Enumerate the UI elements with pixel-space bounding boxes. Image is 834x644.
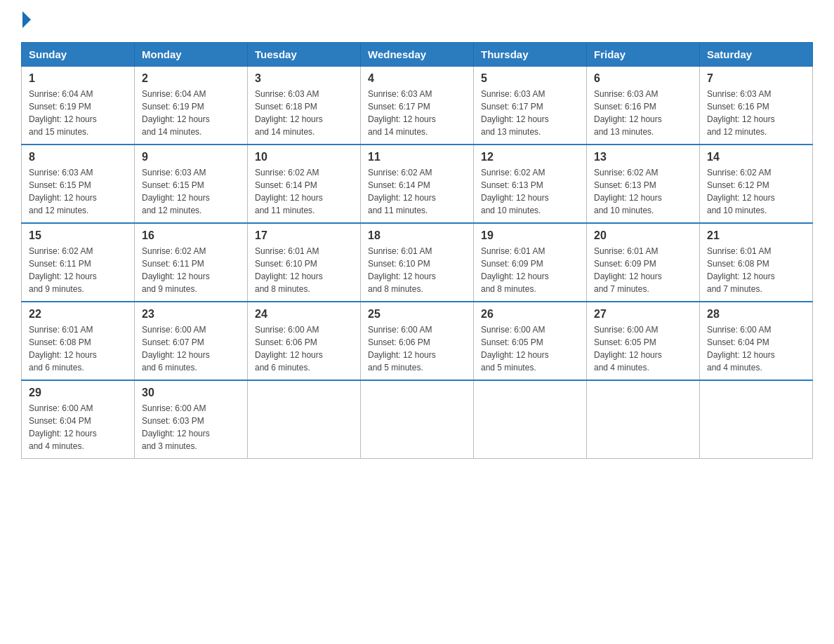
day-info: Sunrise: 6:03 AM Sunset: 6:17 PM Dayligh… <box>481 88 579 138</box>
day-info: Sunrise: 6:03 AM Sunset: 6:16 PM Dayligh… <box>594 88 692 138</box>
weekday-header-thursday: Thursday <box>474 43 587 67</box>
calendar-day-cell: 6 Sunrise: 6:03 AM Sunset: 6:16 PM Dayli… <box>587 67 700 145</box>
calendar-day-cell: 2 Sunrise: 6:04 AM Sunset: 6:19 PM Dayli… <box>135 67 248 145</box>
day-number: 6 <box>594 72 692 85</box>
calendar-day-cell: 15 Sunrise: 6:02 AM Sunset: 6:11 PM Dayl… <box>22 223 135 302</box>
calendar-day-cell: 5 Sunrise: 6:03 AM Sunset: 6:17 PM Dayli… <box>474 67 587 145</box>
day-info: Sunrise: 6:04 AM Sunset: 6:19 PM Dayligh… <box>29 88 127 138</box>
logo <box>21 14 31 28</box>
day-number: 21 <box>707 229 805 242</box>
calendar-day-cell: 26 Sunrise: 6:00 AM Sunset: 6:05 PM Dayl… <box>474 302 587 380</box>
day-number: 1 <box>29 72 127 85</box>
day-number: 8 <box>29 151 127 163</box>
day-number: 15 <box>29 229 127 242</box>
calendar-day-cell: 17 Sunrise: 6:01 AM Sunset: 6:10 PM Dayl… <box>248 223 361 302</box>
day-info: Sunrise: 6:02 AM Sunset: 6:14 PM Dayligh… <box>368 166 466 217</box>
logo-triangle-icon <box>22 11 31 28</box>
calendar-day-cell <box>474 380 587 459</box>
calendar-day-cell: 18 Sunrise: 6:01 AM Sunset: 6:10 PM Dayl… <box>361 223 474 302</box>
day-info: Sunrise: 6:01 AM Sunset: 6:09 PM Dayligh… <box>594 245 692 295</box>
day-info: Sunrise: 6:01 AM Sunset: 6:10 PM Dayligh… <box>368 245 466 295</box>
calendar-day-cell: 12 Sunrise: 6:02 AM Sunset: 6:13 PM Dayl… <box>474 145 587 223</box>
calendar-day-cell: 8 Sunrise: 6:03 AM Sunset: 6:15 PM Dayli… <box>22 145 135 223</box>
day-number: 7 <box>707 72 805 85</box>
day-number: 30 <box>142 387 240 399</box>
day-number: 3 <box>255 72 353 85</box>
day-info: Sunrise: 6:03 AM Sunset: 6:16 PM Dayligh… <box>707 88 805 138</box>
day-number: 9 <box>142 151 240 163</box>
day-number: 24 <box>255 308 353 321</box>
day-info: Sunrise: 6:00 AM Sunset: 6:05 PM Dayligh… <box>481 323 579 374</box>
day-number: 2 <box>142 72 240 85</box>
day-number: 19 <box>481 229 579 242</box>
calendar-week-row: 15 Sunrise: 6:02 AM Sunset: 6:11 PM Dayl… <box>22 223 813 302</box>
calendar-week-row: 1 Sunrise: 6:04 AM Sunset: 6:19 PM Dayli… <box>22 67 813 145</box>
weekday-header-sunday: Sunday <box>22 43 135 67</box>
day-info: Sunrise: 6:00 AM Sunset: 6:06 PM Dayligh… <box>255 323 353 374</box>
day-info: Sunrise: 6:02 AM Sunset: 6:13 PM Dayligh… <box>481 166 579 217</box>
weekday-header-wednesday: Wednesday <box>361 43 474 67</box>
day-number: 12 <box>481 151 579 163</box>
calendar-day-cell: 27 Sunrise: 6:00 AM Sunset: 6:05 PM Dayl… <box>587 302 700 380</box>
day-number: 25 <box>368 308 466 321</box>
calendar-week-row: 29 Sunrise: 6:00 AM Sunset: 6:04 PM Dayl… <box>22 380 813 459</box>
calendar-day-cell: 3 Sunrise: 6:03 AM Sunset: 6:18 PM Dayli… <box>248 67 361 145</box>
calendar-day-cell: 16 Sunrise: 6:02 AM Sunset: 6:11 PM Dayl… <box>135 223 248 302</box>
day-info: Sunrise: 6:02 AM Sunset: 6:11 PM Dayligh… <box>142 245 240 295</box>
day-info: Sunrise: 6:03 AM Sunset: 6:17 PM Dayligh… <box>368 88 466 138</box>
calendar-day-cell: 4 Sunrise: 6:03 AM Sunset: 6:17 PM Dayli… <box>361 67 474 145</box>
day-number: 14 <box>707 151 805 163</box>
day-number: 22 <box>29 308 127 321</box>
calendar-day-cell: 14 Sunrise: 6:02 AM Sunset: 6:12 PM Dayl… <box>700 145 813 223</box>
calendar-day-cell <box>587 380 700 459</box>
weekday-header-friday: Friday <box>587 43 700 67</box>
day-info: Sunrise: 6:00 AM Sunset: 6:04 PM Dayligh… <box>707 323 805 374</box>
calendar-day-cell: 9 Sunrise: 6:03 AM Sunset: 6:15 PM Dayli… <box>135 145 248 223</box>
calendar-day-cell: 1 Sunrise: 6:04 AM Sunset: 6:19 PM Dayli… <box>22 67 135 145</box>
day-info: Sunrise: 6:01 AM Sunset: 6:08 PM Dayligh… <box>29 323 127 374</box>
day-number: 10 <box>255 151 353 163</box>
day-number: 11 <box>368 151 466 163</box>
calendar-day-cell <box>700 380 813 459</box>
day-info: Sunrise: 6:03 AM Sunset: 6:15 PM Dayligh… <box>142 166 240 217</box>
day-number: 27 <box>594 308 692 321</box>
day-info: Sunrise: 6:03 AM Sunset: 6:18 PM Dayligh… <box>255 88 353 138</box>
day-info: Sunrise: 6:02 AM Sunset: 6:14 PM Dayligh… <box>255 166 353 217</box>
day-info: Sunrise: 6:00 AM Sunset: 6:07 PM Dayligh… <box>142 323 240 374</box>
calendar-day-cell <box>248 380 361 459</box>
page-header <box>21 14 813 28</box>
calendar-table: SundayMondayTuesdayWednesdayThursdayFrid… <box>21 42 813 459</box>
day-number: 4 <box>368 72 466 85</box>
day-number: 17 <box>255 229 353 242</box>
calendar-day-cell: 23 Sunrise: 6:00 AM Sunset: 6:07 PM Dayl… <box>135 302 248 380</box>
weekday-header-monday: Monday <box>135 43 248 67</box>
day-info: Sunrise: 6:02 AM Sunset: 6:12 PM Dayligh… <box>707 166 805 217</box>
day-info: Sunrise: 6:02 AM Sunset: 6:13 PM Dayligh… <box>594 166 692 217</box>
calendar-day-cell: 25 Sunrise: 6:00 AM Sunset: 6:06 PM Dayl… <box>361 302 474 380</box>
weekday-header-row: SundayMondayTuesdayWednesdayThursdayFrid… <box>22 43 813 67</box>
day-info: Sunrise: 6:00 AM Sunset: 6:04 PM Dayligh… <box>29 402 127 452</box>
calendar-week-row: 8 Sunrise: 6:03 AM Sunset: 6:15 PM Dayli… <box>22 145 813 223</box>
day-info: Sunrise: 6:00 AM Sunset: 6:06 PM Dayligh… <box>368 323 466 374</box>
day-number: 26 <box>481 308 579 321</box>
weekday-header-saturday: Saturday <box>700 43 813 67</box>
day-info: Sunrise: 6:02 AM Sunset: 6:11 PM Dayligh… <box>29 245 127 295</box>
calendar-day-cell <box>361 380 474 459</box>
day-info: Sunrise: 6:00 AM Sunset: 6:03 PM Dayligh… <box>142 402 240 452</box>
day-number: 18 <box>368 229 466 242</box>
day-number: 20 <box>594 229 692 242</box>
day-number: 28 <box>707 308 805 321</box>
calendar-day-cell: 19 Sunrise: 6:01 AM Sunset: 6:09 PM Dayl… <box>474 223 587 302</box>
day-number: 16 <box>142 229 240 242</box>
calendar-day-cell: 28 Sunrise: 6:00 AM Sunset: 6:04 PM Dayl… <box>700 302 813 380</box>
day-info: Sunrise: 6:04 AM Sunset: 6:19 PM Dayligh… <box>142 88 240 138</box>
day-number: 23 <box>142 308 240 321</box>
calendar-week-row: 22 Sunrise: 6:01 AM Sunset: 6:08 PM Dayl… <box>22 302 813 380</box>
day-number: 29 <box>29 387 127 399</box>
calendar-day-cell: 20 Sunrise: 6:01 AM Sunset: 6:09 PM Dayl… <box>587 223 700 302</box>
calendar-day-cell: 10 Sunrise: 6:02 AM Sunset: 6:14 PM Dayl… <box>248 145 361 223</box>
day-info: Sunrise: 6:01 AM Sunset: 6:08 PM Dayligh… <box>707 245 805 295</box>
day-number: 5 <box>481 72 579 85</box>
calendar-day-cell: 30 Sunrise: 6:00 AM Sunset: 6:03 PM Dayl… <box>135 380 248 459</box>
calendar-day-cell: 21 Sunrise: 6:01 AM Sunset: 6:08 PM Dayl… <box>700 223 813 302</box>
